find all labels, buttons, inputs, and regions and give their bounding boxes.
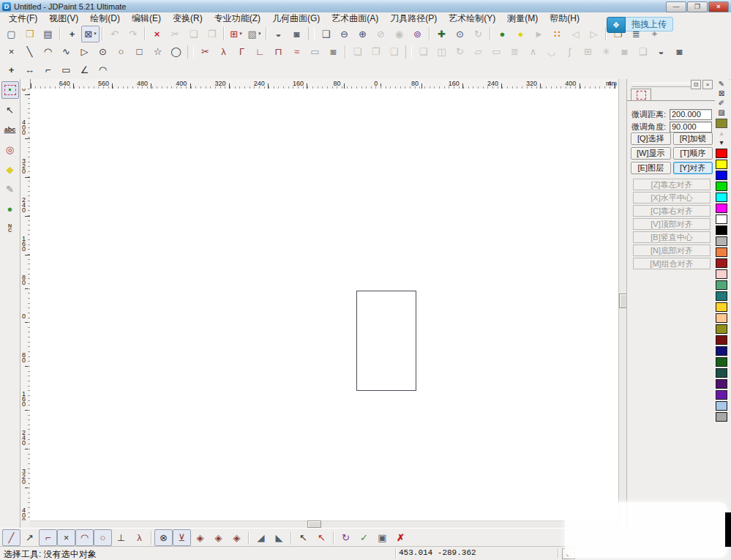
fillet-button[interactable]: ≈ <box>288 43 306 60</box>
measure-rect-button[interactable]: ▭ <box>57 61 75 78</box>
nc-tool[interactable]: N C <box>1 220 19 237</box>
stretch-button[interactable]: ▭ <box>487 43 506 60</box>
menu-item-pro-functions[interactable]: 专业功能(Z) <box>209 12 266 26</box>
radial-array-button[interactable]: ✳ <box>597 43 615 60</box>
color-swatch[interactable] <box>716 160 727 169</box>
draw-polyline-button[interactable]: ▷ <box>75 43 94 60</box>
mirror-button[interactable]: ◫ <box>432 43 451 60</box>
no-fill[interactable]: ⊠ <box>716 89 727 98</box>
drag-upload-badge[interactable]: ❖ 拖拽上传 <box>607 17 673 31</box>
light-pick-button[interactable]: ► <box>530 26 548 42</box>
menu-item-file[interactable]: 文件(F) <box>3 12 43 26</box>
align-button-align-bottom[interactable]: [N]底部对齐 <box>633 244 711 256</box>
cut-button[interactable]: ✂ <box>166 26 184 42</box>
combine-c-button[interactable]: ❑ <box>385 43 403 60</box>
dropper[interactable]: ✐ <box>716 98 727 108</box>
export-box-button[interactable]: ▣ <box>373 529 391 546</box>
color-swatch[interactable] <box>716 412 727 422</box>
color-swatch[interactable] <box>716 236 727 246</box>
panel-dock-button[interactable]: ⊡ <box>691 80 701 89</box>
color-swatch[interactable] <box>716 182 727 191</box>
node-edit-tool[interactable]: ↖ <box>1 101 19 119</box>
material-tool[interactable]: ● <box>1 200 19 217</box>
color-swatch[interactable] <box>716 171 727 180</box>
array-copy-button[interactable]: ❏ <box>414 43 432 60</box>
chevron-down-icon[interactable]: ▾ <box>94 31 97 37</box>
menu-item-art-surface[interactable]: 艺术曲面(A) <box>326 12 384 26</box>
material-preview-button[interactable]: ◙ <box>670 43 689 60</box>
copy-button[interactable]: ❏ <box>184 26 203 42</box>
panel-button-layer[interactable]: [E]图层 <box>631 162 671 174</box>
current-color[interactable] <box>716 119 727 128</box>
combine-a-button[interactable]: ❏ <box>348 43 367 60</box>
color-swatch[interactable] <box>716 193 727 202</box>
save-file-button[interactable]: ▤ <box>39 26 57 42</box>
color-swatch[interactable] <box>716 335 727 345</box>
color-swatch[interactable] <box>716 346 727 356</box>
draw-polygon-button[interactable]: ◯ <box>167 43 185 60</box>
scroll-down[interactable]: ▾ <box>716 138 727 147</box>
panel-button-lock[interactable]: [R]加锁 <box>673 132 713 145</box>
color-swatch[interactable] <box>716 313 727 323</box>
snap-nearest-button[interactable]: ↗ <box>20 529 39 546</box>
new-file-button[interactable]: ▢ <box>2 26 20 42</box>
select-tool[interactable] <box>1 81 19 99</box>
align-button-group-align[interactable]: [M]组合对齐 <box>633 258 711 269</box>
profile-transform-tool[interactable]: ◎ <box>1 141 19 158</box>
nudge-tool-button[interactable]: + <box>63 26 81 42</box>
redraw-button[interactable]: ↻ <box>469 26 487 42</box>
horizontal-scrollbar-thumb[interactable] <box>307 520 321 528</box>
color-swatch[interactable] <box>716 291 727 301</box>
menu-item-view[interactable]: 视图(V) <box>43 12 84 26</box>
pick-frame-tool-button[interactable]: ⊠▾ <box>81 26 100 42</box>
cplane-xz-button[interactable]: ◈ <box>209 529 228 546</box>
color-swatch[interactable] <box>716 324 727 334</box>
drawn-rectangle-shape[interactable] <box>356 291 416 391</box>
plane-raise-button[interactable]: ◣ <box>270 529 288 546</box>
minimize-button[interactable]: — <box>666 1 686 12</box>
menu-item-toolpath[interactable]: 刀具路径(P) <box>384 12 443 26</box>
scroll-up[interactable]: ▴ <box>716 128 727 138</box>
zoom-actual-button[interactable]: ⊙ <box>451 26 469 42</box>
menu-item-transform[interactable]: 变换(R) <box>167 12 209 26</box>
surface-preview-button[interactable]: ◒ <box>269 26 288 42</box>
drawing-canvas[interactable] <box>30 89 618 520</box>
paste-button[interactable]: ❐ <box>203 26 221 42</box>
nudge-distance-field[interactable]: 200.000 <box>670 109 712 120</box>
snap-corner-button[interactable]: ⌐ <box>39 529 57 546</box>
combine-b-button[interactable]: ❐ <box>367 43 385 60</box>
color-swatch[interactable] <box>716 390 727 400</box>
cplane-xy-button[interactable]: ◈ <box>191 529 209 546</box>
view-back-button[interactable]: ◁ <box>566 26 585 42</box>
rotate-copy-button[interactable]: ↻ <box>451 43 469 60</box>
menu-item-draw[interactable]: 绘制(D) <box>84 12 126 26</box>
color-swatch[interactable] <box>716 269 727 279</box>
flatten-ellipse-button[interactable]: ▭ <box>306 43 324 60</box>
color-swatch[interactable] <box>716 379 727 389</box>
offset-contour-button[interactable]: ⊓ <box>269 43 288 60</box>
grid-array-button[interactable]: ⊞ <box>579 43 597 60</box>
close-button[interactable]: × <box>708 1 729 12</box>
menu-item-help[interactable]: 帮助(H) <box>544 12 585 26</box>
rotate-nudge-button[interactable]: ↻ <box>337 529 355 546</box>
color-swatch[interactable] <box>716 225 727 235</box>
snap-endpoint-button[interactable]: ╱ <box>2 529 20 546</box>
trim-button[interactable]: ✂ <box>196 43 214 60</box>
panel-grip-handle[interactable] <box>631 83 691 87</box>
align-button-v-center[interactable]: [B]竖直中心 <box>633 231 711 243</box>
measure-arc-button[interactable]: ◠ <box>94 61 112 78</box>
color-swatch[interactable] <box>716 258 727 268</box>
draw-rectangle-button[interactable]: □ <box>130 43 149 60</box>
measure-distance-button[interactable]: ↔ <box>20 61 39 78</box>
color-swatch[interactable] <box>716 247 727 257</box>
view-forward-button[interactable]: ▷ <box>585 26 603 42</box>
align-button-h-center[interactable]: [X]水平中心 <box>633 192 711 204</box>
panel-button-align[interactable]: [Y]对齐 <box>673 162 713 174</box>
align-button-align-top[interactable]: [V]顶部对齐 <box>633 218 711 230</box>
light-shaded-button[interactable]: ● <box>511 26 530 42</box>
hatch-fill[interactable]: ▨ <box>716 108 727 117</box>
pack-button[interactable]: ❏ <box>634 43 652 60</box>
open-file-button[interactable]: ❒ <box>20 26 39 42</box>
measure-step-button[interactable]: ⌐ <box>39 61 57 78</box>
corner-join-button[interactable]: Γ <box>233 43 251 60</box>
